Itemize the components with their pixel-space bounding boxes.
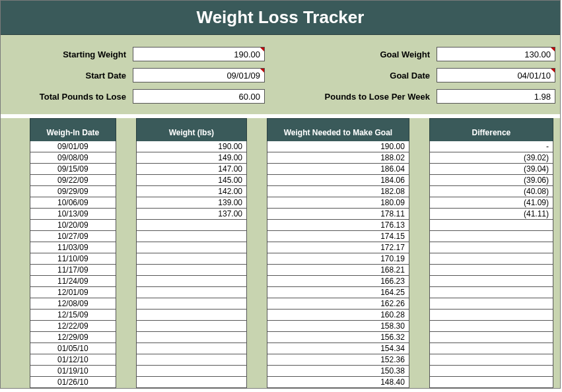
weight-cell[interactable]: 190.00 xyxy=(136,141,247,152)
weight-cell[interactable] xyxy=(136,242,247,253)
difference-cell[interactable]: (40.08) xyxy=(429,186,553,197)
weight-cell[interactable]: 137.00 xyxy=(136,209,247,220)
per-week-cell[interactable]: 1.98 xyxy=(437,89,555,104)
difference-cell[interactable]: (39.02) xyxy=(429,152,553,164)
difference-cell[interactable] xyxy=(429,276,553,287)
weight-cell[interactable] xyxy=(136,276,247,287)
weight-cell[interactable]: 139.00 xyxy=(136,197,247,209)
weight-cell[interactable] xyxy=(136,343,247,354)
data-table: Weigh-In Date 09/01/0909/08/0909/15/0909… xyxy=(1,118,560,388)
weight-cell[interactable] xyxy=(136,265,247,276)
goal-cell[interactable]: 180.09 xyxy=(267,197,409,209)
difference-cell[interactable] xyxy=(429,231,553,242)
difference-cell[interactable] xyxy=(429,265,553,276)
difference-cell[interactable] xyxy=(429,220,553,231)
goal-cell[interactable]: 150.38 xyxy=(267,366,409,377)
weight-cell[interactable] xyxy=(136,220,247,231)
date-cell[interactable]: 12/01/09 xyxy=(30,287,116,298)
date-cell[interactable]: 09/01/09 xyxy=(30,141,116,152)
date-cell[interactable]: 09/29/09 xyxy=(30,186,116,197)
difference-cell[interactable]: - xyxy=(429,141,553,152)
difference-cell[interactable]: (39.04) xyxy=(429,164,553,175)
date-cell[interactable]: 10/06/09 xyxy=(30,197,116,209)
weight-cell[interactable] xyxy=(136,310,247,321)
difference-cell[interactable]: (41.11) xyxy=(429,209,553,220)
date-cell[interactable]: 01/12/10 xyxy=(30,354,116,366)
weight-cell[interactable] xyxy=(136,287,247,298)
weight-cell[interactable] xyxy=(136,332,247,343)
goal-cell[interactable]: 190.00 xyxy=(267,141,409,152)
date-cell[interactable]: 09/22/09 xyxy=(30,175,116,186)
weight-cell[interactable]: 149.00 xyxy=(136,152,247,164)
weight-cell[interactable]: 145.00 xyxy=(136,175,247,186)
date-cell[interactable]: 12/15/09 xyxy=(30,310,116,321)
goal-cell[interactable]: 152.36 xyxy=(267,354,409,366)
goal-weight-value: 130.00 xyxy=(524,49,551,59)
difference-cell[interactable] xyxy=(429,366,553,377)
date-cell[interactable]: 01/19/10 xyxy=(30,366,116,377)
date-cell[interactable]: 09/15/09 xyxy=(30,164,116,175)
weight-cell[interactable] xyxy=(136,321,247,332)
weight-cell[interactable] xyxy=(136,354,247,366)
date-cell[interactable]: 11/10/09 xyxy=(30,253,116,265)
date-cell[interactable]: 01/05/10 xyxy=(30,343,116,354)
goal-cell[interactable]: 164.25 xyxy=(267,287,409,298)
goal-date-cell[interactable]: 04/01/10 xyxy=(437,68,555,82)
start-date-cell[interactable]: 09/01/09 xyxy=(133,68,265,82)
weight-cell[interactable] xyxy=(136,231,247,242)
date-cell[interactable]: 09/08/09 xyxy=(30,152,116,164)
difference-cell[interactable] xyxy=(429,242,553,253)
date-cell[interactable]: 12/08/09 xyxy=(30,298,116,310)
goal-weight-cell[interactable]: 130.00 xyxy=(437,47,555,61)
goal-cell[interactable]: 188.02 xyxy=(267,152,409,164)
goal-cell[interactable]: 174.15 xyxy=(267,231,409,242)
goal-cell[interactable]: 168.21 xyxy=(267,265,409,276)
goal-cell[interactable]: 184.06 xyxy=(267,175,409,186)
goal-cell[interactable]: 166.23 xyxy=(267,276,409,287)
goal-cell[interactable]: 178.11 xyxy=(267,209,409,220)
date-cell[interactable]: 11/24/09 xyxy=(30,276,116,287)
weight-loss-tracker-sheet: Weight Loss Tracker Starting Weight 190.… xyxy=(0,0,561,389)
goal-cell[interactable]: 182.08 xyxy=(267,186,409,197)
difference-cell[interactable] xyxy=(429,298,553,310)
difference-cell[interactable] xyxy=(429,310,553,321)
goal-cell[interactable]: 172.17 xyxy=(267,242,409,253)
weight-cell[interactable] xyxy=(136,366,247,377)
weight-cell[interactable]: 142.00 xyxy=(136,186,247,197)
weight-cell[interactable] xyxy=(136,253,247,265)
per-week-value: 1.98 xyxy=(534,92,551,102)
goal-cell[interactable]: 158.30 xyxy=(267,321,409,332)
goal-cell[interactable]: 162.26 xyxy=(267,298,409,310)
weight-cell[interactable] xyxy=(136,377,247,388)
date-cell[interactable]: 01/26/10 xyxy=(30,377,116,388)
weight-column-header: Weight (lbs) xyxy=(136,118,247,141)
weight-cell[interactable]: 147.00 xyxy=(136,164,247,175)
date-cell[interactable]: 11/03/09 xyxy=(30,242,116,253)
difference-cell[interactable]: (41.09) xyxy=(429,197,553,209)
difference-cell[interactable] xyxy=(429,354,553,366)
date-cell[interactable]: 12/22/09 xyxy=(30,321,116,332)
goal-cell[interactable]: 148.40 xyxy=(267,377,409,388)
goal-cell[interactable]: 186.04 xyxy=(267,164,409,175)
goal-cell[interactable]: 160.28 xyxy=(267,310,409,321)
date-cell[interactable]: 11/17/09 xyxy=(30,265,116,276)
difference-cell[interactable] xyxy=(429,321,553,332)
starting-weight-cell[interactable]: 190.00 xyxy=(133,47,265,61)
difference-cell[interactable] xyxy=(429,287,553,298)
date-cell[interactable]: 10/27/09 xyxy=(30,231,116,242)
date-cell[interactable]: 12/29/09 xyxy=(30,332,116,343)
goal-weight-label: Goal Weight xyxy=(304,49,437,59)
difference-cell[interactable] xyxy=(429,332,553,343)
total-lose-cell[interactable]: 60.00 xyxy=(133,89,265,104)
goal-cell[interactable]: 154.34 xyxy=(267,343,409,354)
weight-cell[interactable] xyxy=(136,298,247,310)
goal-cell[interactable]: 156.32 xyxy=(267,332,409,343)
difference-cell[interactable]: (39.06) xyxy=(429,175,553,186)
difference-cell[interactable] xyxy=(429,377,553,388)
difference-cell[interactable] xyxy=(429,253,553,265)
date-cell[interactable]: 10/20/09 xyxy=(30,220,116,231)
date-cell[interactable]: 10/13/09 xyxy=(30,209,116,220)
difference-cell[interactable] xyxy=(429,343,553,354)
goal-cell[interactable]: 170.19 xyxy=(267,253,409,265)
goal-cell[interactable]: 176.13 xyxy=(267,220,409,231)
